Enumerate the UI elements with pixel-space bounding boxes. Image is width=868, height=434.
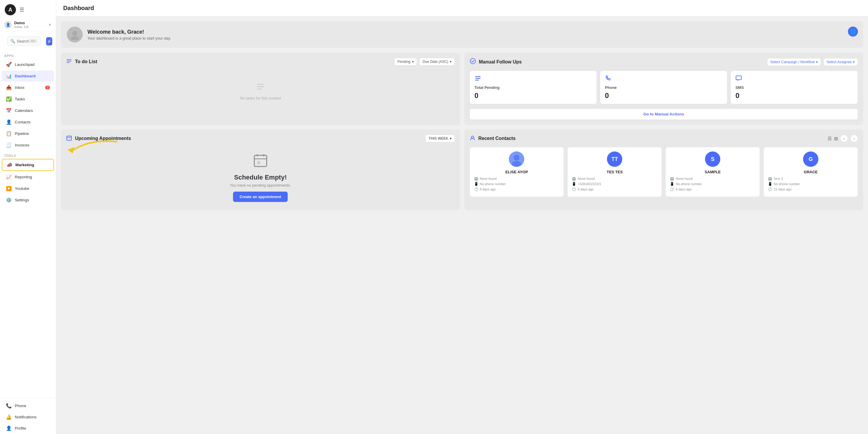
prev-contacts-button[interactable]: ‹ xyxy=(840,135,848,142)
pipeline-detail-icon: 🏢 xyxy=(768,177,772,181)
sms-label: SMS xyxy=(735,85,853,90)
app-logo[interactable]: A xyxy=(5,4,16,16)
launchpad-icon: 🚀 xyxy=(6,62,12,67)
welcome-avatar xyxy=(67,27,83,42)
sidebar-item-inbox[interactable]: 📥 Inbox 0 xyxy=(2,82,54,93)
sidebar-item-label: Settings xyxy=(15,198,29,202)
pending-filter[interactable]: Pending ▾ xyxy=(394,58,417,66)
svg-rect-3 xyxy=(67,59,71,60)
phone-icon: 📞 xyxy=(6,403,12,409)
hamburger-icon[interactable]: ☰ xyxy=(20,6,24,13)
contact-card-sample[interactable]: S SAMPLE 🏢 None found 📱 No phone number … xyxy=(665,147,760,197)
contact-name: SAMPLE xyxy=(670,170,755,174)
sidebar-item-phone[interactable]: 📞 Phone xyxy=(2,400,54,411)
contact-avatar xyxy=(509,151,524,167)
sidebar-item-label: Inbox xyxy=(15,85,25,90)
svg-rect-6 xyxy=(257,84,264,85)
search-icon: 🔍 xyxy=(10,39,15,43)
create-appointment-button[interactable]: Create an appointment xyxy=(233,192,288,202)
welcome-title: Welcome back, Grace! xyxy=(87,29,171,35)
sidebar-item-notifications[interactable]: 🔔 Notifications xyxy=(2,411,54,423)
total-pending-label: Total Pending xyxy=(475,85,592,90)
lightning-button[interactable]: ⚡ xyxy=(46,37,52,45)
contacts-panel-icon xyxy=(470,135,475,142)
empty-tasks-icon xyxy=(256,82,265,94)
sms-card: SMS 0 xyxy=(731,70,858,104)
list-view-icon[interactable]: ☰ xyxy=(828,136,832,142)
contact-time: 🕐 6 days ago xyxy=(572,187,657,191)
calendars-icon: 📅 xyxy=(6,108,12,113)
contact-phone: 📱 No phone number xyxy=(474,182,560,186)
todo-title: To do List xyxy=(75,59,97,64)
todo-icon xyxy=(66,58,72,66)
account-name: Demo xyxy=(14,21,28,25)
sidebar-item-pipeline[interactable]: 📋 Pipeline xyxy=(2,128,54,139)
sidebar-item-tasks[interactable]: ✅ Tasks xyxy=(2,94,54,104)
sidebar-item-dashboard[interactable]: 📊 Dashboard xyxy=(2,70,54,82)
due-date-filter[interactable]: Due Date (ASC) ▾ xyxy=(420,58,455,66)
sidebar-item-label: Reporting xyxy=(15,175,32,179)
sidebar-item-settings[interactable]: ⚙️ Settings xyxy=(2,194,54,206)
contact-name: TES TES xyxy=(572,170,657,174)
account-avatar: 👤 xyxy=(4,21,12,29)
sidebar-item-reporting[interactable]: 📈 Reporting xyxy=(2,172,54,182)
dashboard-icon: 📊 xyxy=(6,73,12,79)
account-location: Irvine, CA xyxy=(14,25,28,29)
welcome-subtitle: Your dashboard is a great place to start… xyxy=(87,36,171,40)
sidebar-item-contacts[interactable]: 👤 Contacts xyxy=(2,117,54,128)
main-content: Dashboard Welcome back, Grace! Your dash… xyxy=(56,0,868,434)
invoices-icon: 🧾 xyxy=(6,142,12,148)
todo-panel: To do List Pending ▾ Due Date (ASC) ▾ xyxy=(61,53,460,125)
svg-rect-13 xyxy=(736,76,741,80)
inbox-badge: 0 xyxy=(45,86,50,89)
sidebar-item-label: Tasks xyxy=(15,97,25,101)
svg-rect-11 xyxy=(475,78,480,79)
contact-card-grace[interactable]: G GRACE 🏢 form 2 📱 No phone number 🕐 21 … xyxy=(764,147,858,197)
contact-card-elise[interactable]: ELISE AYOP 🏢 None found 📱 No phone numbe… xyxy=(470,147,564,197)
next-contacts-button[interactable]: › xyxy=(850,135,858,142)
sidebar-item-profile[interactable]: 👤 Profile xyxy=(2,423,54,434)
phone-detail-icon: 📱 xyxy=(670,182,674,186)
sidebar-item-calendars[interactable]: 📅 Calendars xyxy=(2,105,54,116)
select-assignee-button[interactable]: Select Assignee ▾ xyxy=(824,58,858,66)
sidebar-item-invoices[interactable]: 🧾 Invoices xyxy=(2,140,54,151)
this-week-filter[interactable]: THIS WEEK ▾ xyxy=(425,135,455,142)
sidebar-item-marketing[interactable]: 📣 Marketing xyxy=(2,159,54,171)
chevron-down-icon: ▼ xyxy=(48,23,52,27)
grid-view-icon[interactable]: ⊞ xyxy=(834,136,838,142)
phone-value: 0 xyxy=(605,92,722,100)
sidebar-item-youtube[interactable]: ▶️ Youtube xyxy=(2,183,54,194)
total-pending-card: Total Pending 0 xyxy=(470,70,597,104)
notifications-icon: 🔔 xyxy=(6,414,12,420)
phone-detail-icon: 📱 xyxy=(768,182,772,186)
sidebar-item-launchpad[interactable]: 🚀 Launchpad xyxy=(2,59,54,70)
calendar-icon xyxy=(66,135,72,142)
contact-card-tes[interactable]: TT TES TES 🏢 None found 📱 +639165232321 … xyxy=(567,147,662,197)
dashboard-grid: To do List Pending ▾ Due Date (ASC) ▾ xyxy=(56,53,868,215)
contact-pipeline: 🏢 None found xyxy=(572,177,657,181)
phone-label: Phone xyxy=(605,85,722,90)
svg-rect-7 xyxy=(257,86,264,87)
search-box[interactable]: 🔍 Search ⌘K xyxy=(7,37,41,46)
select-campaign-button[interactable]: Select Campaign / Workflow ▾ xyxy=(767,58,821,66)
contact-avatar: S xyxy=(705,151,720,167)
empty-tasks-message: No tasks for this contact xyxy=(66,70,455,112)
pipeline-detail-icon: 🏢 xyxy=(670,177,674,181)
chevron-icon: ▾ xyxy=(412,60,414,64)
svg-rect-16 xyxy=(257,161,260,164)
followup-icon xyxy=(470,58,476,66)
contact-pipeline: 🏢 None found xyxy=(474,177,560,181)
account-switcher[interactable]: 👤 Demo Irvine, CA ▼ xyxy=(0,18,56,31)
contact-avatar: G xyxy=(803,151,818,167)
sidebar-item-label: Phone xyxy=(15,404,26,408)
go-manual-actions-button[interactable]: Go to Manual Actions xyxy=(470,108,858,120)
contact-name: GRACE xyxy=(768,170,854,174)
contact-name: ELISE AYOP xyxy=(474,170,560,174)
svg-rect-10 xyxy=(475,76,480,77)
pipeline-detail-icon: 🏢 xyxy=(572,177,576,181)
profile-icon: 👤 xyxy=(6,426,12,431)
schedule-empty-subtitle: You have no pending appointments. xyxy=(230,183,291,187)
sidebar-item-label: Launchpad xyxy=(15,62,35,67)
sidebar-item-label: Profile xyxy=(15,426,26,430)
tools-section-label: Tools xyxy=(0,151,56,159)
